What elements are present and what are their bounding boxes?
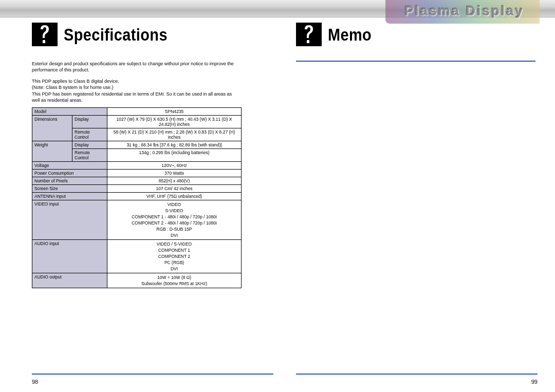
table-row: Weight Display 31 kg ; 68.34 lbs [37.6 k… — [32, 141, 242, 148]
note-text: This PDP applies to Class B digital devi… — [32, 78, 237, 103]
value-power: 370 Watts — [107, 169, 242, 177]
label-dimensions: Dimensions — [32, 115, 72, 141]
table-row: AUDIO input VIDEO / S-VIDEO COMPONENT 1 … — [32, 239, 242, 273]
table-row: Screen Size 107 Cm/ 42 inches — [32, 184, 242, 192]
left-page: Specifications Exterior design and produ… — [32, 23, 273, 288]
value-pixels: 852(H) x 480(V) — [107, 177, 242, 184]
question-icon — [32, 23, 58, 46]
label-voltage: Voltage — [32, 161, 107, 169]
right-page: Memo — [296, 23, 538, 62]
value-antenna: VHF, UHF (75Ω unbalanced) — [107, 192, 242, 200]
table-row: Model SPN4235 — [32, 107, 242, 115]
memo-divider — [296, 61, 535, 62]
label-antenna: ANTENNA input — [32, 192, 107, 200]
table-row: VIDEO input VIDEO S-VIDEO COMPONENT 1 - … — [32, 200, 242, 239]
value-dim-remote: 58 (W) X 21 (D) X 210 (H) mm ; 2.28 (W) … — [107, 128, 242, 141]
label-video-in: VIDEO input — [32, 200, 107, 239]
label-audio-in: AUDIO input — [32, 239, 107, 273]
footer-rule-right — [296, 374, 538, 375]
label-screen: Screen Size — [32, 184, 107, 192]
value-screen: 107 Cm/ 42 inches — [107, 184, 242, 192]
label-dim-remote: Remote Control — [72, 128, 107, 141]
label-power: Power Consumption — [32, 169, 107, 177]
page-number-right: 99 — [531, 379, 538, 385]
value-video-in: VIDEO S-VIDEO COMPONENT 1 - 480i / 480p … — [107, 200, 242, 239]
table-row: ANTENNA input VHF, UHF (75Ω unbalanced) — [32, 192, 242, 200]
label-wt-remote: Remote Control — [72, 148, 107, 161]
table-row: Voltage 120V~, 60Hz — [32, 161, 242, 169]
table-row: AUDIO output 10W + 10W (8 Ω) Subwoofer (… — [32, 273, 242, 288]
value-model: SPN4235 — [107, 107, 242, 115]
memo-header: Memo — [296, 23, 538, 46]
label-pixels: Number of Pixels — [32, 177, 107, 184]
label-weight: Weight — [32, 141, 72, 161]
memo-title: Memo — [328, 25, 372, 45]
value-dim-display: 1027 (W) X 79 (D) X 630.5 (H) mm ; 40.43… — [107, 115, 242, 128]
brand-title: Plasma Display — [404, 3, 524, 19]
value-wt-display: 31 kg ; 68.34 lbs [37.6 kg ; 82.89 lbs (… — [107, 141, 242, 148]
label-dim-display: Display — [72, 115, 107, 128]
intro-text: Exterior design and product specificatio… — [32, 61, 237, 73]
value-audio-out: 10W + 10W (8 Ω) Subwoofer (500mv RMS at … — [107, 273, 242, 288]
value-voltage: 120V~, 60Hz — [107, 161, 242, 169]
label-wt-display: Display — [72, 141, 107, 148]
footer-rule-left — [32, 374, 273, 375]
specifications-table: Model SPN4235 Dimensions Display 1027 (W… — [32, 107, 242, 288]
label-audio-out: AUDIO output — [32, 273, 107, 288]
label-model: Model — [32, 107, 107, 115]
specifications-title: Specifications — [64, 25, 168, 45]
specifications-header: Specifications — [32, 23, 273, 46]
question-icon — [296, 23, 322, 46]
table-row: Number of Pixels 852(H) x 480(V) — [32, 177, 242, 184]
value-audio-in: VIDEO / S-VIDEO COMPONENT 1 COMPONENT 2 … — [107, 239, 242, 273]
page-number-left: 98 — [32, 379, 38, 385]
table-row: Dimensions Display 1027 (W) X 79 (D) X 6… — [32, 115, 242, 128]
table-row: Power Consumption 370 Watts — [32, 169, 242, 177]
value-wt-remote: 134g ; 0.295 lbs (including batteries) — [107, 148, 242, 161]
